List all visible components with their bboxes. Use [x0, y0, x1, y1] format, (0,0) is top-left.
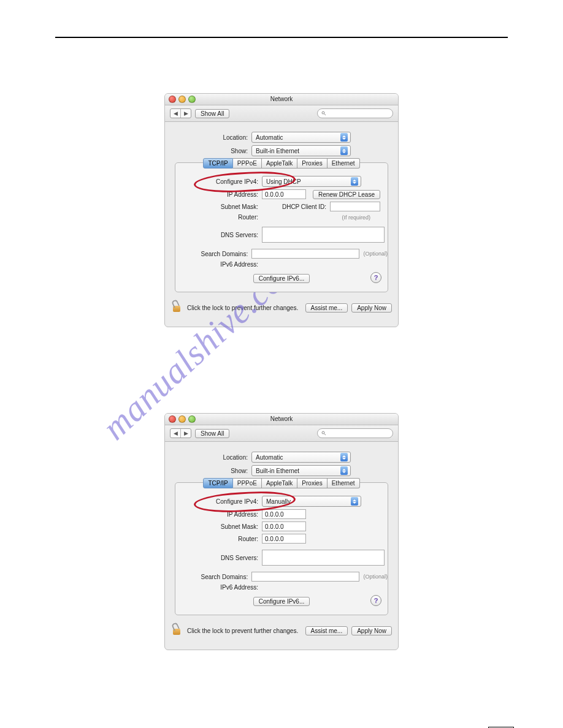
lock-text: Click the lock to prevent further change…	[187, 305, 298, 311]
search-domains-hint: (Optional)	[363, 574, 388, 580]
search-domains-field[interactable]	[251, 572, 359, 582]
tab-proxies[interactable]: Proxies	[297, 158, 327, 169]
tab-appletalk[interactable]: AppleTalk	[262, 478, 297, 488]
window-titlebar: Network	[165, 414, 398, 425]
renew-dhcp-button[interactable]: Renew DHCP Lease	[313, 190, 380, 199]
tab-tcpip[interactable]: TCP/IP	[203, 478, 232, 488]
dns-servers-field[interactable]	[262, 550, 385, 566]
ip-address-label: IP Address:	[175, 511, 262, 518]
forward-icon[interactable]: ▶	[181, 109, 191, 118]
svg-point-0	[322, 112, 324, 114]
search-domains-label: Search Domains:	[175, 574, 251, 580]
show-select[interactable]: Built-in Ethernet	[251, 465, 351, 476]
configure-ipv6-button[interactable]: Configure IPv6...	[253, 597, 310, 606]
configure-ipv4-value: Manually	[266, 498, 291, 505]
configure-ipv6-button[interactable]: Configure IPv6...	[253, 274, 310, 283]
search-input[interactable]	[317, 108, 393, 118]
minimize-icon[interactable]	[178, 96, 186, 103]
router-label: Router:	[175, 536, 262, 542]
router-label: Router:	[175, 214, 262, 221]
window-controls[interactable]	[169, 415, 196, 423]
show-label: Show:	[165, 468, 251, 474]
location-value: Automatic	[256, 134, 283, 141]
svg-line-1	[324, 114, 326, 116]
assist-me-button[interactable]: Assist me...	[305, 303, 348, 313]
show-all-button[interactable]: Show All	[195, 109, 229, 118]
forward-icon[interactable]: ▶	[181, 429, 191, 438]
location-select[interactable]: Automatic	[251, 132, 351, 143]
tab-ethernet[interactable]: Ethernet	[327, 478, 360, 488]
ip-address-field[interactable]: 0.0.0.0	[262, 189, 306, 199]
location-value: Automatic	[256, 454, 283, 461]
tab-appletalk[interactable]: AppleTalk	[262, 158, 297, 169]
close-icon[interactable]	[169, 415, 176, 423]
tab-ethernet[interactable]: Ethernet	[327, 158, 360, 169]
top-divider	[55, 37, 508, 38]
window-controls[interactable]	[169, 96, 196, 103]
configure-ipv4-label: Configure IPv4:	[175, 498, 262, 505]
dns-servers-label: DNS Servers:	[175, 555, 262, 561]
search-icon	[321, 431, 326, 436]
nav-back-forward[interactable]: ◀ ▶	[170, 428, 191, 438]
network-preferences-panel-dhcp: Network ◀ ▶ Show All Location: Automatic	[164, 93, 399, 327]
svg-point-2	[322, 431, 324, 434]
show-all-button[interactable]: Show All	[195, 429, 229, 438]
network-preferences-panel-manual: Network ◀ ▶ Show All Location: Automatic	[164, 413, 399, 650]
window-titlebar: Network	[165, 94, 398, 105]
dhcp-hint: (If required)	[342, 214, 370, 221]
lock-text: Click the lock to prevent further change…	[187, 628, 298, 634]
dhcp-client-id-label: DHCP Client ID:	[282, 203, 326, 210]
configure-ipv4-select[interactable]: Manually	[262, 496, 361, 507]
show-select[interactable]: Built-in Ethernet	[251, 145, 351, 156]
tab-pppoe[interactable]: PPPoE	[233, 158, 262, 169]
window-title: Network	[270, 415, 293, 422]
router-field[interactable]: 0.0.0.0	[262, 534, 306, 544]
dropdown-arrows-icon	[340, 133, 348, 142]
subnet-mask-label: Subnet Mask:	[175, 203, 262, 210]
help-button[interactable]: ?	[370, 595, 381, 606]
back-icon[interactable]: ◀	[170, 429, 181, 438]
location-label: Location:	[165, 134, 251, 141]
apply-now-button[interactable]: Apply Now	[351, 626, 392, 635]
subnet-mask-field[interactable]: 0.0.0.0	[262, 521, 306, 531]
show-value: Built-in Ethernet	[256, 468, 299, 474]
lock-icon[interactable]	[171, 624, 182, 637]
zoom-icon[interactable]	[188, 96, 196, 103]
location-label: Location:	[165, 454, 251, 461]
lock-icon[interactable]	[171, 301, 182, 314]
dns-servers-field[interactable]	[262, 227, 385, 243]
ipv6-address-label: IPv6 Address:	[175, 261, 262, 268]
dns-servers-label: DNS Servers:	[175, 232, 262, 238]
window-title: Network	[270, 96, 293, 102]
ip-address-field[interactable]: 0.0.0.0	[262, 509, 306, 519]
configure-ipv4-value: Using DHCP	[266, 178, 301, 185]
ipv6-address-label: IPv6 Address:	[175, 584, 262, 591]
dropdown-arrows-icon	[340, 453, 348, 461]
dropdown-arrows-icon	[351, 497, 358, 506]
minimize-icon[interactable]	[178, 415, 186, 423]
search-input[interactable]	[317, 428, 393, 438]
nav-back-forward[interactable]: ◀ ▶	[170, 108, 191, 118]
help-button[interactable]: ?	[370, 272, 381, 283]
svg-line-3	[324, 434, 326, 436]
dropdown-arrows-icon	[340, 146, 348, 155]
subnet-mask-label: Subnet Mask:	[175, 523, 262, 530]
tab-proxies[interactable]: Proxies	[297, 478, 327, 488]
dropdown-arrows-icon	[340, 466, 348, 475]
zoom-icon[interactable]	[188, 415, 196, 423]
apply-now-button[interactable]: Apply Now	[351, 303, 392, 313]
tab-pppoe[interactable]: PPPoE	[233, 478, 262, 488]
dropdown-arrows-icon	[351, 177, 358, 186]
back-icon[interactable]: ◀	[170, 109, 181, 118]
search-domains-hint: (Optional)	[363, 251, 388, 257]
search-domains-field[interactable]	[251, 249, 359, 259]
configure-ipv4-label: Configure IPv4:	[175, 178, 262, 185]
assist-me-button[interactable]: Assist me...	[305, 626, 348, 635]
location-select[interactable]: Automatic	[251, 452, 351, 463]
dhcp-client-id-field[interactable]	[330, 202, 380, 211]
close-icon[interactable]	[169, 96, 176, 103]
show-label: Show:	[165, 148, 251, 154]
tab-tcpip[interactable]: TCP/IP	[203, 158, 232, 169]
tab-bar: TCP/IP PPPoE AppleTalk Proxies Ethernet	[175, 478, 388, 488]
configure-ipv4-select[interactable]: Using DHCP	[262, 176, 361, 187]
